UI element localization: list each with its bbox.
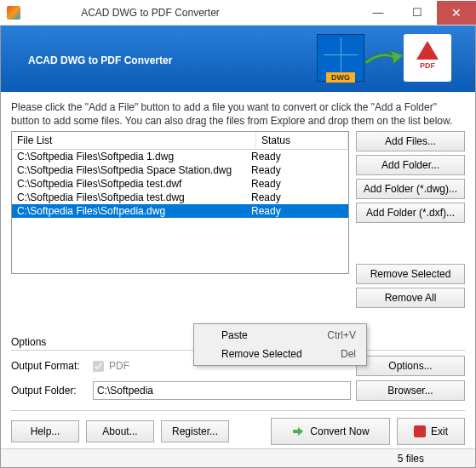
convert-icon [291, 425, 305, 438]
divider [11, 410, 465, 411]
header-file[interactable]: File List [12, 132, 256, 149]
output-folder-input[interactable] [93, 381, 351, 400]
dwg-icon [317, 34, 364, 82]
file-list[interactable]: File List Status C:\Softpedia Files\Soft… [11, 131, 349, 274]
register-button[interactable]: Register... [161, 420, 229, 442]
arrow-icon [363, 45, 405, 71]
cell-file: C:\Softpedia Files\Softpedia test.dwf [17, 178, 251, 190]
context-remove-label: Remove Selected [221, 348, 302, 360]
options-button[interactable]: Options... [356, 356, 465, 376]
banner-title: ACAD DWG to PDF Converter [28, 49, 172, 68]
cell-status: Ready [251, 178, 343, 190]
add-folder-dwg-button[interactable]: Add Folder (*.dwg)... [356, 179, 465, 199]
add-folder-dxf-button[interactable]: Add Folder (*.dxf)... [356, 203, 465, 223]
titlebar: ACAD DWG to PDF Converter — ☐ ✕ [0, 0, 476, 26]
pdf-icon: PDF [404, 34, 451, 82]
cell-status: Ready [251, 151, 343, 163]
app-icon [7, 6, 20, 20]
cell-status: Ready [251, 164, 343, 176]
cell-file: C:\Softpedia Files\Softpedia Space Stati… [17, 164, 251, 176]
context-paste[interactable]: Paste Ctrl+V [196, 326, 364, 345]
statusbar: 5 files [1, 448, 475, 467]
banner-acad: ACAD [28, 54, 58, 66]
cell-file: C:\Softpedia Files\Softpedia.dwg [17, 205, 251, 217]
pdf-label: PDF [420, 61, 435, 70]
exit-icon [414, 425, 426, 437]
exit-label: Exit [431, 425, 448, 437]
pdf-check-label: PDF [109, 360, 129, 372]
table-row[interactable]: C:\Softpedia Files\Softpedia test.dwfRea… [12, 177, 348, 191]
pdf-checkbox[interactable] [93, 361, 104, 372]
about-button[interactable]: About... [86, 420, 154, 442]
instructions-text: Please click the "Add a File" button to … [11, 100, 465, 128]
minimize-button[interactable]: — [358, 1, 398, 25]
context-menu: Paste Ctrl+V Remove Selected Del [193, 323, 367, 366]
add-files-button[interactable]: Add Files... [356, 131, 465, 151]
convert-button[interactable]: Convert Now [271, 418, 390, 445]
table-row[interactable]: C:\Softpedia Files\Softpedia 1.dwgReady [12, 150, 348, 163]
table-row[interactable]: C:\Softpedia Files\Softpedia Space Stati… [12, 163, 348, 177]
banner: ACAD DWG to PDF Converter PDF [0, 26, 476, 92]
cell-status: Ready [251, 191, 343, 203]
window-title: ACAD DWG to PDF Converter [27, 7, 358, 19]
help-button[interactable]: Help... [11, 420, 79, 442]
convert-label: Convert Now [310, 425, 369, 437]
context-remove[interactable]: Remove Selected Del [196, 345, 364, 363]
banner-subtitle: DWG to PDF Converter [58, 54, 173, 66]
cell-status: Ready [251, 205, 343, 217]
remove-selected-button[interactable]: Remove Selected [356, 264, 465, 284]
context-paste-label: Paste [221, 329, 248, 341]
table-row[interactable]: C:\Softpedia Files\Softpedia.dwgReady [12, 204, 348, 218]
output-format-label: Output Format: [11, 360, 88, 372]
status-text: 5 files [398, 453, 424, 465]
cell-file: C:\Softpedia Files\Softpedia test.dwg [17, 191, 251, 203]
remove-all-button[interactable]: Remove All [356, 288, 465, 308]
exit-button[interactable]: Exit [397, 418, 465, 445]
table-row[interactable]: C:\Softpedia Files\Softpedia test.dwgRea… [12, 191, 348, 204]
list-header: File List Status [12, 132, 348, 150]
header-status[interactable]: Status [256, 132, 348, 149]
add-folder-button[interactable]: Add Folder... [356, 155, 465, 175]
browser-button[interactable]: Browser... [356, 380, 465, 401]
close-button[interactable]: ✕ [437, 1, 476, 25]
maximize-button[interactable]: ☐ [398, 1, 437, 25]
context-remove-shortcut: Del [341, 348, 356, 360]
banner-illustration: PDF [317, 34, 451, 82]
cell-file: C:\Softpedia Files\Softpedia 1.dwg [17, 151, 251, 163]
output-folder-label: Output Folder: [11, 385, 88, 397]
context-paste-shortcut: Ctrl+V [327, 329, 356, 341]
